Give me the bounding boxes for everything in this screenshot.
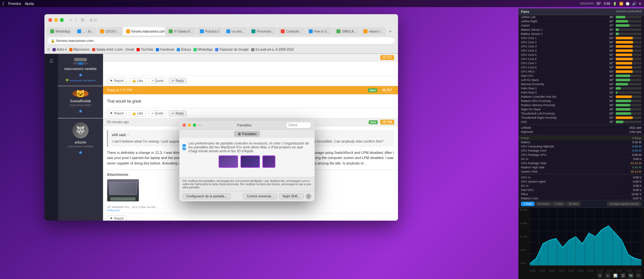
time-btn-1hora[interactable]: 1 hora — [521, 202, 535, 206]
hide-sensor-button[interactable]: Amagar aquest sensor — [607, 202, 641, 206]
graph-icon-refresh[interactable]: ↻ — [636, 273, 641, 278]
display-thumb-2[interactable] — [241, 155, 260, 168]
time-btn-7dies[interactable]: 7 Dies — [552, 202, 566, 206]
time-btn-24hores[interactable]: 24 hores — [535, 202, 552, 206]
sysmon-scrollable[interactable]: Airflow Left 39° Airflow Right 44° Airpo… — [518, 15, 644, 200]
post-2-footer: ⚑ Report 👍 Like + Quote ↩ — [103, 108, 398, 118]
graph-icon-image[interactable]: 🖼 — [620, 273, 626, 278]
bookmark-audi[interactable]: 61-audi-a4-a..8-2008-2016 — [251, 48, 294, 51]
dialog-back-btn[interactable]: ‹ — [198, 123, 199, 127]
displays-row — [219, 155, 275, 168]
lock-icon: 🔒 — [51, 39, 55, 43]
minimize-button[interactable] — [54, 18, 58, 22]
bookmark-macrumors[interactable]: Macrumors — [69, 48, 90, 51]
post-1-reply-btn[interactable]: ↩ Reply — [169, 78, 187, 84]
tab-practica[interactable]: Pràctica 2 — [197, 27, 223, 35]
bookmark-traductor[interactable]: Traductor de Google — [215, 48, 249, 51]
bookmark-ieduca[interactable]: iEduca — [177, 48, 191, 51]
tab-howto[interactable]: How to S... — [306, 27, 333, 35]
temp-label-19: Platform Controller Hub Die — [521, 95, 601, 98]
temp-value-23: 50° — [601, 112, 614, 115]
help-button[interactable]: ? — [306, 194, 311, 199]
bookmark-salata[interactable]: Salata d'ent..l.com - Gmail — [92, 48, 134, 51]
credits-link[interactable]: Hollycene — [107, 209, 120, 212]
address-bar[interactable]: 🔒 forums.macrumors.com — [47, 37, 395, 45]
tab-whatsapp[interactable]: WhatsApp — [47, 27, 73, 35]
dialog-tab-pantalles[interactable]: 🖥 Pantalles — [234, 131, 260, 137]
graph-icon-video[interactable]: 📷 — [628, 273, 634, 278]
post-2-reply-btn[interactable]: ↩ Reply — [169, 110, 187, 116]
temp-row-9: CPU Core 5 52° — [518, 53, 644, 57]
menubar-finestra[interactable]: Finestra — [8, 2, 21, 5]
post-1-report-btn[interactable]: ⚑ Report — [107, 78, 127, 84]
bookmark-youtube[interactable]: YouTube — [137, 48, 153, 51]
sensors-label: SENSORS — [580, 2, 594, 5]
post-2-username: GumaRodak — [70, 99, 91, 103]
sidebar-menu-icon[interactable]: ☰ — [47, 56, 56, 65]
post-2-quote-btn[interactable]: + Quote — [148, 110, 166, 116]
time-btn-30dies[interactable]: 30 dies — [566, 202, 581, 206]
graph-y-labels: 26.5W 19.9W 13.3W 6.7W 0.1W — [518, 208, 528, 265]
bookmark-facebook[interactable]: Facebook — [156, 48, 174, 51]
voltage-row-0: CPU IA 0.58 V — [518, 175, 644, 180]
tab-processor[interactable]: Processor... — [248, 27, 277, 35]
temp-row-14: Intel CPU 48° — [518, 74, 644, 78]
post-1-quote-btn[interactable]: + Quote — [148, 78, 166, 84]
graph-icon-chart[interactable]: 📊 — [612, 273, 618, 278]
post-3-report-btn[interactable]: ⚑ Report — [107, 215, 127, 221]
bookmark-whatsapp[interactable]: WhatsApp — [194, 48, 213, 51]
power-value-1: 9.69 W — [629, 145, 641, 148]
control-universal-btn[interactable]: Control universal... — [243, 193, 277, 199]
tab-2019[interactable]: (2019) f... — [97, 27, 122, 35]
graph-icon-display[interactable]: 🖥 — [597, 273, 603, 278]
sidebar-toggle[interactable]: ☰ — [90, 18, 93, 22]
temp-bar-fill-21 — [616, 104, 630, 106]
temp-bar-fill-16 — [616, 83, 628, 85]
back-button[interactable]: ‹ — [69, 17, 73, 23]
post-3-username: arkzrlo — [75, 140, 86, 144]
post-1-like-btn[interactable]: 👍 Like — [129, 78, 146, 84]
temp-value-8: 53° — [601, 49, 614, 52]
dialog-title: Pantalles — [237, 123, 251, 127]
dialog-close-btn[interactable] — [183, 124, 186, 127]
sysmon-power-rows: Battery 0.30 W CPU Computing Highside 9.… — [518, 140, 644, 174]
apple-menu[interactable]:  — [3, 1, 4, 6]
tab-forums[interactable]: forums.macrumors.com ✕ — [123, 27, 165, 35]
temp-bar-5 — [616, 37, 641, 39]
close-button[interactable] — [48, 18, 52, 22]
forward-button[interactable]: › — [74, 17, 79, 23]
dialog-search-input[interactable] — [286, 122, 311, 128]
display-thumb-1[interactable] — [219, 155, 238, 168]
maximize-button[interactable] — [60, 18, 64, 22]
tab-us[interactable]: us unic... — [223, 27, 248, 35]
tab-values[interactable]: values I... — [360, 27, 386, 35]
menubar-ajuda[interactable]: Ajuda — [25, 2, 34, 5]
temp-bar-fill-24 — [616, 116, 633, 119]
tab-contacte[interactable]: Contacte... — [278, 27, 305, 35]
night-shift-btn[interactable]: Night Shift... — [279, 193, 304, 199]
config-pantalla-btn[interactable]: Configuració de la pantalla... — [183, 193, 231, 199]
post-2-like-btn[interactable]: 👍 Like — [129, 110, 146, 116]
temp-bar-fill-0 — [616, 16, 625, 18]
sysmon-system-title: System Controlled — [616, 10, 641, 14]
temp-bar-fill-8 — [616, 49, 633, 52]
tab-bl[interactable]: ... - bl... — [74, 27, 96, 35]
bookmark-astro[interactable]: Astro ▾ — [52, 48, 67, 51]
dialog-minimize-btn[interactable] — [188, 124, 191, 127]
new-tab-button[interactable]: + — [386, 28, 394, 35]
tab-simula[interactable]: SIMULA... — [333, 27, 360, 35]
tab-salata[interactable]: rf! Salata d'... — [166, 27, 196, 35]
power-label-7: System Total — [521, 170, 629, 173]
display-thumb-3[interactable] — [262, 155, 275, 168]
x-label-5: 21:03 — [578, 270, 584, 272]
tab-favicon-practica — [200, 29, 204, 33]
reload-button[interactable]: ↻ — [80, 17, 86, 23]
post-1-footer: ⚑ Report 👍 Like + Quote ↩ — [103, 75, 398, 86]
graph-icon-table[interactable]: ⊞ — [605, 273, 611, 278]
attachment-image[interactable] — [107, 179, 139, 202]
post-2-report-btn[interactable]: ⚑ Report — [107, 110, 127, 116]
dialog-forward-btn[interactable]: › — [201, 123, 202, 127]
temp-bar-fill-17 — [616, 87, 621, 90]
dialog-maximize-btn[interactable] — [193, 124, 196, 127]
post-2-role: macrumors 6502 — [70, 104, 91, 107]
